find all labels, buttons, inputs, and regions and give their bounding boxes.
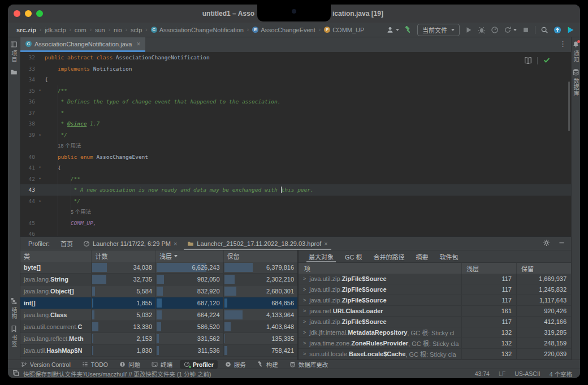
tool-window-button-服务[interactable]: 服务 [221, 360, 250, 369]
usages-inlay-label[interactable]: 18 个用法 [58, 142, 81, 149]
column-header[interactable]: 保留 [517, 263, 571, 274]
run-button[interactable] [465, 26, 473, 34]
usages-inlay-label[interactable]: 5 个用法 [71, 209, 91, 215]
table-row[interactable]: java.util.HashMap$N1,830311,536758,421 [20, 345, 297, 357]
expand-chevron-icon[interactable]: > [303, 351, 306, 357]
expand-chevron-icon[interactable]: > [303, 319, 306, 325]
search-everywhere-button[interactable] [541, 26, 548, 34]
file-encoding[interactable]: US-ASCII [514, 370, 541, 377]
table-row[interactable]: >jdk.jfr.internal.MetadataRepository, GC… [299, 327, 571, 338]
table-row[interactable]: java.lang.Class5,032664,2244,133,964 [20, 309, 297, 321]
table-row[interactable]: >java.net.URLClassLoader161920,426 [299, 306, 571, 317]
table-row[interactable]: >java.util.zip.ZipFile$Source1171,669,93… [299, 274, 571, 284]
column-header[interactable]: 项 [299, 263, 462, 274]
inspections-widget[interactable] [522, 55, 553, 66]
breadcrumb-item[interactable]: com [74, 27, 87, 33]
expand-chevron-icon[interactable]: > [303, 340, 306, 346]
biggest-tab[interactable]: 最大对象 [303, 250, 339, 262]
window-switcher-icon[interactable] [12, 370, 19, 378]
biggest-tab[interactable]: GC 根 [339, 250, 368, 262]
breadcrumb-item[interactable]: sctp [130, 27, 142, 33]
table-row[interactable]: >java.util.zip.ZipFile$Source1171,117,64… [299, 295, 571, 306]
table-row[interactable]: >java.util.zip.ZipFile$Source1171,245,83… [299, 284, 571, 295]
table-row[interactable]: >java.util.zip.ZipFile$Source117412,166 [299, 317, 571, 327]
minimize-window-button[interactable] [25, 10, 32, 17]
tool-window-button-终端[interactable]: 终端 [148, 360, 176, 369]
expand-chevron-icon[interactable]: > [303, 287, 306, 292]
table-row[interactable]: java.util.concurrent.C13,330586,5201,403… [20, 321, 297, 333]
line-separator[interactable]: LF [499, 370, 505, 377]
tool-stripe-structure[interactable]: 结构 [10, 297, 18, 319]
column-header[interactable]: 浅层 [462, 263, 517, 274]
close-tab-icon[interactable]: × [174, 240, 177, 247]
close-tab-icon[interactable]: × [324, 240, 327, 247]
expand-chevron-icon[interactable]: > [303, 330, 306, 335]
table-row[interactable]: >sun.util.locale.BaseLocale$Cache, GC 根:… [299, 349, 571, 360]
tool-stripe-folder[interactable] [10, 68, 18, 76]
close-window-button[interactable] [14, 10, 20, 17]
biggest-tab[interactable]: 合并的路径 [368, 250, 410, 262]
table-row[interactable]: java.lang.reflect.Meth2,153331,562135,33… [20, 333, 297, 345]
expand-chevron-icon[interactable]: > [303, 308, 306, 314]
user-menu-button[interactable] [386, 26, 399, 34]
editor-tab[interactable]: C AssociationChangeNotification.java × [20, 37, 145, 52]
code-editor[interactable]: 32public abstract class AssociationChang… [20, 52, 571, 236]
gutter-space [35, 74, 45, 85]
tool-window-button-todo[interactable]: TODO [78, 360, 112, 369]
table-row[interactable]: byte[]34,0386,626,2436,379,816 [20, 262, 297, 274]
tool-window-button-问题[interactable]: 问题 [115, 360, 144, 369]
update-available-button[interactable] [554, 26, 561, 34]
tool-window-button-数据库更改[interactable]: 数据库更改 [286, 360, 332, 369]
fold-marker-icon[interactable]: ▴ [35, 196, 45, 207]
close-tab-icon[interactable]: × [136, 40, 140, 48]
profiler-tab[interactable]: Launcher 11/17/22, 6:29 PM× [78, 237, 182, 250]
more-options-icon[interactable]: ⋮ [559, 40, 567, 48]
code-with-me-button[interactable] [567, 26, 574, 34]
hide-panel-button[interactable] [558, 239, 565, 248]
breadcrumb-item[interactable]: nio [113, 27, 123, 33]
biggest-tab[interactable]: 软件包 [434, 250, 464, 262]
editor-scrollbar[interactable] [568, 81, 570, 131]
indent-style[interactable]: 4 个空格 [550, 370, 572, 378]
table-row[interactable]: java.lang.String32,735982,0502,302,210 [20, 274, 297, 285]
fold-marker-icon[interactable]: ▾ [35, 85, 45, 97]
tool-window-button-构建[interactable]: 构建 [253, 360, 282, 369]
tool-stripe-bookmarks[interactable]: 书签 [10, 325, 18, 347]
breadcrumb-item[interactable]: FCOMM_UP [323, 27, 365, 33]
zoom-window-button[interactable] [36, 10, 43, 17]
column-header[interactable]: 计数 [92, 250, 156, 262]
stop-button[interactable] [522, 26, 530, 34]
tool-stripe-database[interactable]: 数据库 [572, 68, 580, 97]
breadcrumb-item[interactable]: EAssocChangeEvent [252, 27, 316, 33]
profile-button[interactable] [491, 26, 499, 34]
build-project-button[interactable] [404, 26, 412, 34]
tool-window-button-version-control[interactable]: Version Control [17, 360, 75, 369]
tool-window-button-profiler[interactable]: Profiler [180, 360, 218, 369]
rerun-button[interactable] [504, 26, 517, 34]
profiler-tab[interactable]: 首页 [55, 237, 78, 250]
column-header[interactable]: 浅层 [156, 250, 224, 262]
breadcrumb-item[interactable]: src.zip [16, 27, 37, 33]
fold-marker-icon[interactable]: ▴ [35, 129, 45, 141]
tool-stripe-notifications[interactable]: 通知 [572, 41, 580, 63]
column-header[interactable]: 保留 [224, 250, 297, 262]
table-row[interactable]: java.lang.Object[]5,584832,9202,680,301 [20, 285, 297, 297]
profiler-tab[interactable]: Launcher_21502_17.11.2022_18.29.03.hprof… [182, 237, 332, 250]
table-row[interactable]: >java.time.zone.ZoneRulesProvider, GC 根:… [299, 338, 571, 349]
fold-marker-icon[interactable]: ▾ [35, 162, 45, 174]
status-message[interactable]: 快照保存到默认文件夹'/Users/maczhuli' // 更改快照文件夹 (… [23, 370, 211, 378]
expand-chevron-icon[interactable]: > [303, 297, 306, 303]
debug-button[interactable] [478, 26, 486, 34]
breadcrumb-item[interactable]: sun [94, 27, 106, 33]
caret-position[interactable]: 43:74 [475, 370, 490, 377]
table-row[interactable]: int[]1,855687,120684,856 [20, 297, 297, 309]
biggest-tab[interactable]: 摘要 [410, 250, 434, 262]
fold-marker-icon[interactable]: ▾ [35, 174, 45, 185]
run-config-select[interactable]: 当前文件 [417, 24, 460, 36]
settings-gear-button[interactable] [543, 239, 550, 248]
breadcrumb-item[interactable]: CAssociationChangeNotification [150, 27, 244, 33]
breadcrumb-item[interactable]: jdk.sctp [44, 27, 66, 33]
column-header[interactable]: 类 [20, 250, 92, 262]
tool-stripe-project[interactable]: 项目 [10, 41, 18, 63]
expand-chevron-icon[interactable]: > [303, 276, 306, 282]
